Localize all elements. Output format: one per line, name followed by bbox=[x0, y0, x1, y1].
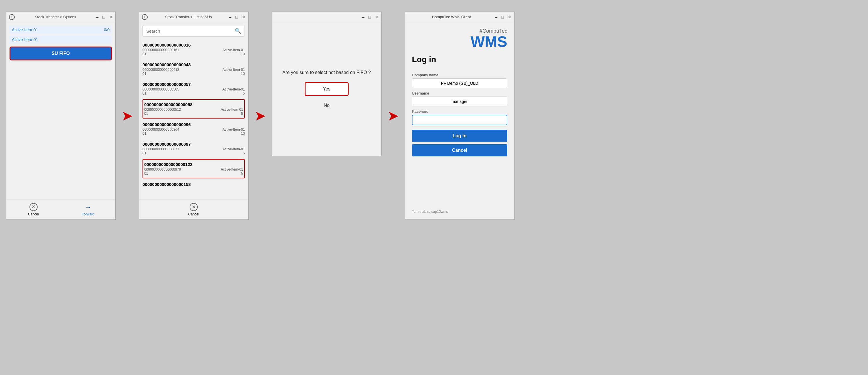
window2-footer: ✕ Cancel bbox=[139, 199, 248, 219]
su-id: 00000000000000000057 bbox=[143, 82, 245, 87]
list-item[interactable]: 00000000000000000057 0000000000000000505… bbox=[143, 79, 245, 99]
su-batch: 0000000000000000871 bbox=[143, 147, 179, 151]
su-details: 0000000000000000505 Active-Item-01 bbox=[143, 87, 245, 91]
su-batch: 0000000000000000161 bbox=[143, 48, 179, 52]
list-item[interactable]: 00000000000000000097 0000000000000000871… bbox=[143, 139, 245, 158]
su-batch: 0000000000000000413 bbox=[143, 68, 179, 72]
dialog-question: Are you sure to select not based on FIFO… bbox=[282, 70, 371, 75]
info-icon-2[interactable]: i bbox=[142, 14, 148, 20]
su-row2: 01 5 bbox=[143, 91, 245, 95]
cancel-icon-2: ✕ bbox=[190, 203, 198, 211]
win-controls-4: – □ ✕ bbox=[495, 15, 511, 19]
breadcrumb-1: Stock Transfer > Options bbox=[15, 15, 96, 19]
minimize-btn-3[interactable]: – bbox=[362, 15, 365, 19]
su-row2: 01 5 bbox=[143, 151, 245, 155]
su-item: Active-Item-01 bbox=[221, 167, 243, 171]
su-qty: 10 bbox=[241, 131, 245, 135]
win-controls-2: – □ ✕ bbox=[229, 15, 245, 19]
window1-body: Active-Item-01 0/0 Active-Item-01 SU FIF… bbox=[6, 22, 115, 199]
su-batch: 0000000000000000864 bbox=[143, 127, 179, 131]
cancel-footer-btn-2[interactable]: ✕ Cancel bbox=[139, 203, 248, 216]
minimize-btn-1[interactable]: – bbox=[96, 15, 99, 19]
su-location: 01 bbox=[143, 131, 146, 135]
close-btn-3[interactable]: ✕ bbox=[375, 15, 378, 19]
minimize-btn-4[interactable]: – bbox=[495, 15, 497, 19]
window-fifo-dialog: – □ ✕ Are you sure to select not based o… bbox=[272, 11, 381, 156]
su-id: 00000000000000000097 bbox=[143, 142, 245, 147]
password-input[interactable] bbox=[412, 115, 507, 125]
su-location: 01 bbox=[143, 72, 146, 76]
search-icon: 🔍 bbox=[235, 28, 241, 34]
su-id: 00000000000000000058 bbox=[144, 102, 243, 107]
maximize-btn-3[interactable]: □ bbox=[369, 15, 371, 19]
no-button[interactable]: No bbox=[324, 103, 330, 108]
su-batch: 0000000000000000505 bbox=[143, 87, 179, 91]
login-button[interactable]: Log in bbox=[412, 130, 507, 142]
list-item[interactable]: 00000000000000000016 0000000000000000161… bbox=[143, 40, 245, 59]
yes-button[interactable]: Yes bbox=[305, 82, 349, 96]
item-row-2: Active-Item-01 bbox=[9, 36, 112, 44]
title-bar-3: – □ ✕ bbox=[272, 12, 381, 22]
username-input[interactable] bbox=[412, 97, 507, 106]
su-row2: 01 5 bbox=[144, 171, 243, 176]
su-qty: 5 bbox=[241, 112, 243, 116]
su-details: 0000000000000000871 Active-Item-01 bbox=[143, 147, 245, 151]
list-item[interactable]: 00000000000000000158 bbox=[143, 179, 245, 190]
su-qty: 5 bbox=[243, 151, 245, 155]
cancel-footer-btn[interactable]: ✕ Cancel bbox=[6, 199, 61, 219]
arrow-right-icon-3: ➤ bbox=[387, 107, 399, 124]
close-btn-1[interactable]: ✕ bbox=[109, 15, 113, 19]
list-item[interactable]: 00000000000000000048 0000000000000000413… bbox=[143, 59, 245, 79]
arrow-right-icon-1: ➤ bbox=[121, 107, 133, 124]
forward-footer-btn[interactable]: → Forward bbox=[61, 199, 115, 219]
su-location: 01 bbox=[143, 91, 146, 95]
su-id: 00000000000000000122 bbox=[144, 162, 243, 167]
company-input[interactable] bbox=[412, 79, 507, 88]
su-id: 00000000000000000158 bbox=[143, 182, 245, 187]
brand-wms: WMS bbox=[471, 34, 507, 49]
dialog-body: Are you sure to select not based on FIFO… bbox=[272, 22, 381, 156]
forward-icon: → bbox=[85, 203, 92, 211]
maximize-btn-1[interactable]: □ bbox=[103, 15, 105, 19]
arrow-3: ➤ bbox=[381, 11, 405, 220]
arrow-2: ➤ bbox=[249, 11, 272, 220]
su-qty: 10 bbox=[241, 72, 245, 76]
su-list: 00000000000000000016 0000000000000000161… bbox=[139, 40, 248, 199]
su-row2: 01 10 bbox=[143, 52, 245, 56]
su-location: 01 bbox=[143, 151, 146, 155]
search-input[interactable] bbox=[146, 29, 235, 34]
su-item: Active-Item-01 bbox=[223, 48, 245, 52]
list-item[interactable]: 00000000000000000096 0000000000000000864… bbox=[143, 119, 245, 139]
close-btn-2[interactable]: ✕ bbox=[242, 15, 245, 19]
su-item: Active-Item-01 bbox=[223, 87, 245, 91]
window-list-sus: i Stock Transfer > List of SUs – □ ✕ 🔍 0… bbox=[139, 11, 249, 220]
info-icon-1[interactable]: i bbox=[9, 14, 15, 20]
cancel-login-button[interactable]: Cancel bbox=[412, 144, 507, 156]
list-item-highlighted-2[interactable]: 00000000000000000122 0000000000000000970… bbox=[143, 159, 245, 178]
terminal-text: Terminal: sqlsap10wms bbox=[412, 204, 507, 214]
maximize-btn-4[interactable]: □ bbox=[501, 15, 504, 19]
maximize-btn-2[interactable]: □ bbox=[236, 15, 238, 19]
search-bar[interactable]: 🔍 bbox=[143, 25, 245, 37]
list-item-highlighted[interactable]: 00000000000000000058 0000000000000000512… bbox=[143, 99, 245, 119]
su-batch: 0000000000000000970 bbox=[144, 167, 181, 171]
su-fifo-button[interactable]: SU FIFO bbox=[9, 46, 112, 60]
su-batch: 0000000000000000512 bbox=[144, 107, 181, 112]
login-title: Log in bbox=[412, 55, 507, 64]
password-label: Password bbox=[412, 109, 507, 114]
su-details: 0000000000000000161 Active-Item-01 bbox=[143, 48, 245, 52]
breadcrumb-2: Stock Transfer > List of SUs bbox=[148, 15, 229, 19]
su-row2: 01 5 bbox=[144, 112, 243, 116]
username-label: Username bbox=[412, 91, 507, 95]
company-label: Company name bbox=[412, 73, 507, 77]
login-body: #CompuTec WMS Log in Company name Userna… bbox=[405, 22, 514, 219]
minimize-btn-2[interactable]: – bbox=[229, 15, 231, 19]
arrow-1: ➤ bbox=[116, 11, 139, 220]
window-options: i Stock Transfer > Options – □ ✕ Active-… bbox=[6, 11, 116, 220]
close-btn-4[interactable]: ✕ bbox=[508, 15, 511, 19]
su-id: 00000000000000000096 bbox=[143, 122, 245, 127]
su-id: 00000000000000000048 bbox=[143, 62, 245, 67]
su-details: 0000000000000000864 Active-Item-01 bbox=[143, 127, 245, 131]
su-row2: 01 10 bbox=[143, 131, 245, 135]
item-row-1: Active-Item-01 0/0 bbox=[9, 26, 112, 34]
